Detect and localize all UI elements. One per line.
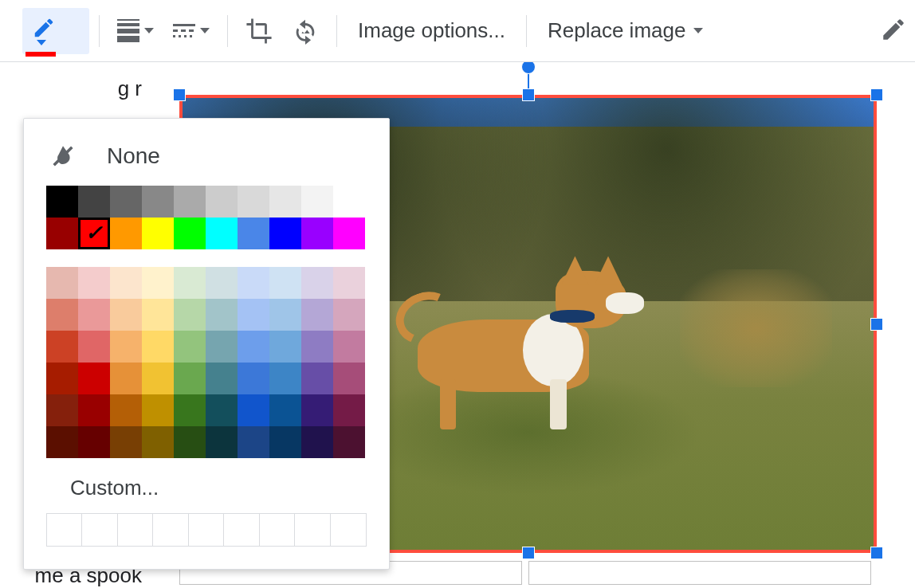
color-swatch[interactable] xyxy=(46,426,78,458)
color-swatch[interactable] xyxy=(110,186,142,218)
replace-image-button[interactable]: Replace image xyxy=(536,13,714,49)
color-swatch[interactable] xyxy=(78,299,110,331)
color-swatch[interactable] xyxy=(142,426,174,458)
color-swatch[interactable] xyxy=(142,331,174,363)
crop-button[interactable] xyxy=(238,13,281,49)
color-swatch[interactable] xyxy=(78,186,110,218)
color-swatch[interactable] xyxy=(269,218,301,249)
color-swatch[interactable] xyxy=(174,363,206,394)
color-swatch[interactable] xyxy=(269,186,301,218)
color-swatch[interactable] xyxy=(301,426,333,458)
border-weight-button[interactable] xyxy=(109,13,162,49)
color-swatch[interactable] xyxy=(46,363,78,394)
color-swatch[interactable] xyxy=(110,363,142,394)
color-swatch[interactable] xyxy=(142,218,174,249)
color-swatch[interactable] xyxy=(174,299,206,331)
color-swatch[interactable] xyxy=(206,186,238,218)
color-swatch[interactable] xyxy=(78,267,110,299)
color-swatch[interactable] xyxy=(142,363,174,394)
color-swatch[interactable] xyxy=(301,394,333,426)
color-swatch[interactable] xyxy=(206,299,238,331)
recent-color-slot[interactable] xyxy=(331,514,366,546)
resize-handle-tr[interactable] xyxy=(870,88,883,101)
color-swatch[interactable] xyxy=(110,218,142,249)
color-swatch[interactable] xyxy=(238,394,269,426)
color-swatch[interactable] xyxy=(110,331,142,363)
recent-color-slot[interactable] xyxy=(118,514,153,546)
color-swatch[interactable] xyxy=(142,267,174,299)
color-swatch[interactable] xyxy=(206,394,238,426)
color-swatch[interactable] xyxy=(269,331,301,363)
color-swatch[interactable] xyxy=(269,426,301,458)
color-swatch[interactable] xyxy=(110,267,142,299)
color-swatch[interactable] xyxy=(269,363,301,394)
color-swatch[interactable] xyxy=(333,218,365,249)
color-swatch[interactable] xyxy=(78,218,110,249)
color-swatch[interactable] xyxy=(46,267,78,299)
color-swatch[interactable] xyxy=(174,426,206,458)
color-swatch[interactable] xyxy=(110,426,142,458)
color-swatch[interactable] xyxy=(174,394,206,426)
color-swatch[interactable] xyxy=(238,363,269,394)
color-swatch[interactable] xyxy=(142,394,174,426)
color-swatch[interactable] xyxy=(333,186,365,218)
color-swatch[interactable] xyxy=(333,331,365,363)
recent-color-slot[interactable] xyxy=(82,514,117,546)
color-swatch[interactable] xyxy=(110,394,142,426)
color-swatch[interactable] xyxy=(301,218,333,249)
color-swatch[interactable] xyxy=(206,267,238,299)
resize-handle-bm[interactable] xyxy=(522,547,535,559)
color-swatch[interactable] xyxy=(46,394,78,426)
color-swatch[interactable] xyxy=(238,267,269,299)
border-color-button[interactable] xyxy=(22,8,89,54)
color-swatch[interactable] xyxy=(78,426,110,458)
color-swatch[interactable] xyxy=(238,218,269,249)
border-dash-button[interactable] xyxy=(165,13,218,49)
color-swatch[interactable] xyxy=(78,331,110,363)
color-swatch[interactable] xyxy=(333,426,365,458)
color-swatch[interactable] xyxy=(269,267,301,299)
recent-color-slot[interactable] xyxy=(295,514,330,546)
color-swatch[interactable] xyxy=(142,299,174,331)
layout-option[interactable] xyxy=(528,561,871,585)
rotation-handle[interactable] xyxy=(521,62,536,74)
color-swatch[interactable] xyxy=(174,331,206,363)
resize-handle-br[interactable] xyxy=(870,547,883,559)
color-swatch[interactable] xyxy=(333,363,365,394)
color-swatch[interactable] xyxy=(333,394,365,426)
recent-color-slot[interactable] xyxy=(224,514,259,546)
color-swatch[interactable] xyxy=(174,186,206,218)
color-swatch[interactable] xyxy=(301,186,333,218)
color-swatch[interactable] xyxy=(46,331,78,363)
color-swatch[interactable] xyxy=(46,186,78,218)
color-swatch[interactable] xyxy=(46,218,78,249)
resize-handle-mr[interactable] xyxy=(870,318,883,331)
color-swatch[interactable] xyxy=(238,186,269,218)
color-swatch[interactable] xyxy=(301,299,333,331)
recent-color-slot[interactable] xyxy=(260,514,295,546)
editing-mode-button[interactable] xyxy=(880,16,907,43)
resize-handle-tm[interactable] xyxy=(522,88,535,101)
recent-color-slot[interactable] xyxy=(189,514,224,546)
reset-image-button[interactable] xyxy=(284,13,327,49)
color-swatch[interactable] xyxy=(333,299,365,331)
color-swatch[interactable] xyxy=(110,299,142,331)
color-swatch[interactable] xyxy=(301,363,333,394)
color-swatch[interactable] xyxy=(301,267,333,299)
recent-color-slot[interactable] xyxy=(47,514,82,546)
resize-handle-tl[interactable] xyxy=(173,88,186,101)
color-swatch[interactable] xyxy=(206,363,238,394)
recent-color-slot[interactable] xyxy=(153,514,188,546)
color-none-option[interactable]: None xyxy=(46,136,367,186)
color-swatch[interactable] xyxy=(301,331,333,363)
color-swatch[interactable] xyxy=(206,331,238,363)
color-swatch[interactable] xyxy=(333,267,365,299)
color-swatch[interactable] xyxy=(174,218,206,249)
color-swatch[interactable] xyxy=(78,363,110,394)
color-swatch[interactable] xyxy=(269,394,301,426)
color-swatch[interactable] xyxy=(238,426,269,458)
image-options-button[interactable]: Image options... xyxy=(347,13,516,49)
color-swatch[interactable] xyxy=(206,426,238,458)
color-swatch[interactable] xyxy=(142,186,174,218)
document-canvas[interactable]: g rstonderyn rouategylongges reen suchme… xyxy=(0,62,915,588)
